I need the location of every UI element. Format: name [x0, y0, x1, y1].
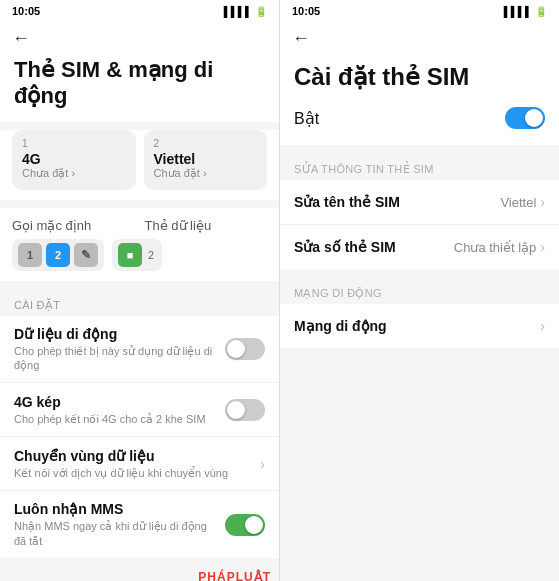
top-bar-right: ← — [280, 22, 559, 53]
battery-icon-right: 🔋 — [535, 6, 547, 17]
sim-name-2: Viettel — [154, 151, 258, 167]
watermark: PHÁPLUẬT kynguyenso.plo.vn — [0, 566, 279, 581]
sua-ten-title: Sửa tên thẻ SIM — [294, 194, 400, 210]
sim-status-1: Chưa đặt › — [22, 167, 126, 180]
toggle-mms[interactable] — [225, 514, 265, 536]
right-top-section: Cài đặt thẻ SIM Bật — [280, 53, 559, 145]
bat-row: Bật — [294, 107, 545, 129]
chevron-mang-di-dong: › — [540, 318, 545, 334]
back-button-left[interactable]: ← — [12, 28, 30, 49]
sim-number-2: 2 — [154, 138, 258, 149]
sua-ten-value: Viettel — [500, 195, 536, 210]
settings-item-du-lieu[interactable]: Dữ liệu di động Cho phép thiết bị này sử… — [0, 316, 279, 384]
right-content: Cài đặt thẻ SIM Bật SỬA THÔNG TIN THẺ SI… — [280, 53, 559, 581]
sim-btn-num-2: 2 — [146, 249, 156, 261]
sim-btn-edit-gray[interactable]: ✎ — [74, 243, 98, 267]
item-subtitle-mms: Nhận MMS ngay cả khi dữ liệu di động đã … — [14, 519, 215, 548]
toggle-knob-mms — [245, 516, 263, 534]
sim-btn-2-blue[interactable]: 2 — [46, 243, 70, 267]
sua-ten-right: Viettel › — [500, 194, 545, 210]
left-screen: 10:05 ▌▌▌▌ 🔋 ← Thẻ SIM & mạng di động 1 … — [0, 0, 280, 581]
item-text-du-lieu: Dữ liệu di động Cho phép thiết bị này sử… — [14, 326, 225, 373]
sim-card-1[interactable]: 1 4G Chưa đặt › — [12, 130, 136, 190]
sim-name-1: 4G — [22, 151, 126, 167]
sim-card-2[interactable]: 2 Viettel Chưa đặt › — [144, 130, 268, 190]
settings-item-4g-kep[interactable]: 4G kép Cho phép kết nối 4G cho cả 2 khe … — [0, 383, 279, 437]
item-text-4g-kep: 4G kép Cho phép kết nối 4G cho cả 2 khe … — [14, 394, 225, 426]
watermark-logo: PHÁPLUẬT — [8, 570, 271, 581]
left-content: 1 4G Chưa đặt › 2 Viettel Chưa đặt › Gọi… — [0, 122, 279, 581]
battery-icon-left: 🔋 — [255, 6, 267, 17]
right-screen: 10:05 ▌▌▌▌ 🔋 ← Cài đặt thẻ SIM Bật SỬA T… — [280, 0, 559, 581]
chevron-sua-ten: › — [540, 194, 545, 210]
item-text-chuyen-vung: Chuyển vùng dữ liệu Kết nối với dịch vụ … — [14, 448, 260, 480]
goi-mac-dinh-group: 1 2 ✎ — [12, 239, 104, 271]
settings-group: Dữ liệu di động Cho phép thiết bị này sử… — [0, 316, 279, 558]
sim-number-1: 1 — [22, 138, 126, 149]
item-title-chuyen-vung: Chuyển vùng dữ liệu — [14, 448, 250, 464]
right-page-title: Cài đặt thẻ SIM — [294, 63, 545, 91]
toggle-knob-bat — [525, 109, 543, 127]
sim-cards-row: 1 4G Chưa đặt › 2 Viettel Chưa đặt › — [0, 130, 279, 200]
item-title-4g-kep: 4G kép — [14, 394, 215, 410]
sua-so-value: Chưa thiết lập — [454, 240, 537, 255]
label-the-du-lieu: Thẻ dữ liệu — [145, 218, 268, 233]
settings-item-chuyen-vung[interactable]: Chuyển vùng dữ liệu Kết nối với dịch vụ … — [0, 437, 279, 491]
toggle-bat[interactable] — [505, 107, 545, 129]
bat-label: Bật — [294, 109, 319, 128]
sua-settings-group: Sửa tên thẻ SIM Viettel › Sửa số thẻ SIM… — [280, 180, 559, 269]
chevron-sua-so: › — [540, 239, 545, 255]
sim-buttons-row: 1 2 ✎ ■ 2 — [12, 239, 267, 271]
sua-so-title: Sửa số thẻ SIM — [294, 239, 396, 255]
cai-dat-header: CÀI ĐẶT — [0, 289, 279, 316]
item-title-du-lieu: Dữ liệu di động — [14, 326, 215, 342]
status-icons-left: ▌▌▌▌ 🔋 — [224, 6, 267, 17]
status-icons-right: ▌▌▌▌ 🔋 — [504, 6, 547, 17]
sua-ten-item[interactable]: Sửa tên thẻ SIM Viettel › — [280, 180, 559, 225]
signal-icon-right: ▌▌▌▌ — [504, 6, 532, 17]
mang-di-dong-header: MẠNG DI ĐỘNG — [280, 277, 559, 304]
settings-item-mms[interactable]: Luôn nhận MMS Nhận MMS ngay cả khi dữ li… — [0, 491, 279, 558]
time-left: 10:05 — [12, 5, 40, 17]
item-subtitle-4g-kep: Cho phép kết nối 4G cho cả 2 khe SIM — [14, 412, 215, 426]
back-button-right[interactable]: ← — [292, 28, 310, 49]
item-title-mms: Luôn nhận MMS — [14, 501, 215, 517]
signal-icon-left: ▌▌▌▌ — [224, 6, 252, 17]
page-title-left: Thẻ SIM & mạng di động — [0, 53, 279, 122]
item-subtitle-chuyen-vung: Kết nối với dịch vụ dữ liệu khi chuyển v… — [14, 466, 250, 480]
top-bar-left: ← — [0, 22, 279, 53]
status-bar-left: 10:05 ▌▌▌▌ 🔋 — [0, 0, 279, 22]
mang-di-dong-item[interactable]: Mạng di động › — [280, 304, 559, 348]
item-subtitle-du-lieu: Cho phép thiết bị này sử dụng dữ liệu di… — [14, 344, 215, 373]
time-right: 10:05 — [292, 5, 320, 17]
the-du-lieu-group: ■ 2 — [112, 239, 162, 271]
toggle-knob-du-lieu — [227, 340, 245, 358]
sua-so-item[interactable]: Sửa số thẻ SIM Chưa thiết lập › — [280, 225, 559, 269]
mang-di-dong-title: Mạng di động — [294, 318, 387, 334]
status-bar-right: 10:05 ▌▌▌▌ 🔋 — [280, 0, 559, 22]
sim-btn-green[interactable]: ■ — [118, 243, 142, 267]
toggle-knob-4g-kep — [227, 401, 245, 419]
default-labels: Gọi mặc định Thẻ dữ liệu — [12, 218, 267, 233]
chevron-chuyen-vung: › — [260, 456, 265, 472]
sua-thong-tin-header: SỬA THÔNG TIN THẺ SIM — [280, 153, 559, 180]
sim-status-2: Chưa đặt › — [154, 167, 258, 180]
sim-btn-1-gray[interactable]: 1 — [18, 243, 42, 267]
mang-di-dong-group: Mạng di động › — [280, 304, 559, 348]
label-goi-mac-dinh: Gọi mặc định — [12, 218, 135, 233]
toggle-4g-kep[interactable] — [225, 399, 265, 421]
default-section: Gọi mặc định Thẻ dữ liệu 1 2 ✎ ■ 2 — [0, 208, 279, 281]
toggle-du-lieu[interactable] — [225, 338, 265, 360]
sua-so-right: Chưa thiết lập › — [454, 239, 545, 255]
item-text-mms: Luôn nhận MMS Nhận MMS ngay cả khi dữ li… — [14, 501, 225, 548]
